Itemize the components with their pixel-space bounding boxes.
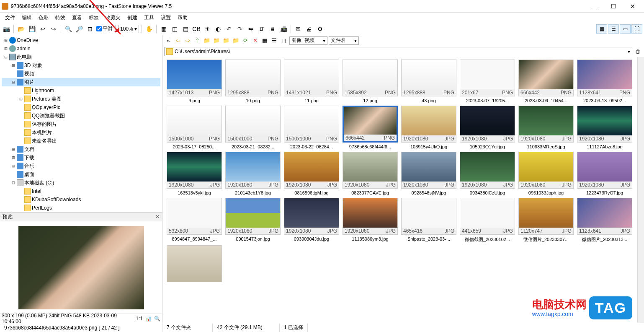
effects-icon[interactable]: ☀ — [203, 24, 212, 34]
thumbnail-item[interactable]: 666x442PNG9736b68c68f444f6... — [343, 106, 398, 149]
thumbnail-item[interactable]: 1128x641PNG2023-03-13_09502... — [577, 60, 632, 103]
tree-item[interactable]: Lightroom — [2, 86, 160, 95]
thumbnail-item[interactable]: 666x442PNG2023-03-09_10454... — [518, 60, 574, 103]
folder-tree[interactable]: ⊞OneDrive⊞admin⊟此电脑⊞3D 对象视频⊟图片Lightroom⊞… — [0, 35, 162, 212]
rotate-right-icon[interactable]: ↷ — [235, 24, 245, 34]
jpeg-icon[interactable]: CB — [192, 24, 201, 34]
rotate-left-icon[interactable]: ↶ — [224, 24, 234, 34]
tree-item[interactable]: 本机照片 — [2, 128, 160, 137]
smooth-checkbox[interactable]: 平滑 — [96, 25, 113, 32]
thumbnail-item[interactable]: 1920x1080JPG1223473RyOT.jpg — [577, 152, 632, 195]
thumbnail-item[interactable] — [167, 245, 222, 282]
tree-item[interactable]: ⊞admin — [2, 44, 160, 53]
nav-up-icon[interactable]: ⇧ — [193, 36, 201, 45]
thumbnail-item[interactable]: 1920x1080JPG105923O1Yqi.jpg — [460, 106, 515, 149]
sort-select[interactable]: 文件名▾ — [329, 36, 359, 45]
thumbnail-item[interactable]: 1920x1080JPG210143cb1Y8.jpg — [225, 152, 281, 195]
thumbnail-item[interactable]: 532x800JPG8994847_8994847_... — [167, 198, 222, 243]
flip-v-icon[interactable]: ⇵ — [257, 24, 266, 34]
tree-item[interactable]: PerfLogs — [2, 204, 160, 212]
tree-item[interactable]: ⊟图片 — [2, 78, 160, 86]
scan-icon[interactable]: 📠 — [279, 24, 288, 34]
tree-item[interactable]: ⊞文档 — [2, 145, 160, 153]
tree-item[interactable]: 未命名导出 — [2, 137, 160, 145]
actual-size-icon[interactable]: ⊡ — [85, 24, 95, 34]
menu-8[interactable]: 工具 — [141, 13, 157, 22]
trash-icon[interactable]: 🗑 — [634, 47, 642, 56]
thumbnail-item[interactable]: 1920x1080JPG0816596tjgM.jpg — [284, 152, 339, 195]
minimize-button[interactable]: — — [585, 0, 604, 12]
fav3-icon[interactable]: 📁 — [222, 36, 230, 45]
redo-icon[interactable]: ↪ — [49, 24, 58, 34]
collapse-icon[interactable]: « — [164, 36, 173, 45]
open-icon[interactable]: 📂 — [16, 24, 26, 34]
menu-9[interactable]: 设置 — [157, 13, 174, 22]
menu-7[interactable]: 创建 — [124, 13, 141, 22]
tree-item[interactable]: ⊞音乐 — [2, 162, 160, 170]
settings-icon[interactable]: ⚙ — [315, 24, 325, 34]
fav1-icon[interactable]: 📁 — [203, 36, 211, 45]
undo-icon[interactable]: ↩ — [38, 24, 47, 34]
tree-item[interactable]: 桌面 — [2, 170, 160, 179]
thumbnail-item[interactable]: 441x659JPG微信截图_20230102... — [460, 198, 515, 243]
wallpaper-icon[interactable]: 🖥 — [268, 24, 277, 34]
thumbnail-item[interactable]: 1920x1080JPG163513v5ykj.jpg — [167, 152, 222, 195]
tree-item[interactable]: ⊞下载 — [2, 153, 160, 162]
tree-item[interactable]: ⊞Pictures 美图 — [2, 95, 160, 103]
close-button[interactable]: ✕ — [623, 0, 642, 12]
thumbnail-item[interactable]: 1585x892PNG12.png — [343, 60, 398, 103]
thumbnail-item[interactable]: 1500x1000PNG2023-03-17_08250... — [167, 106, 222, 149]
thumbnail-area[interactable]: 1427x1013PNG9.png1295x888PNG10.png1431x1… — [162, 57, 637, 323]
thumbnail-item[interactable]: 1920x1080JPG0823077CAVE.jpg — [343, 152, 398, 195]
batch-icon[interactable]: ▤ — [181, 24, 190, 34]
tree-item[interactable]: ⊟此电脑 — [2, 53, 160, 61]
nav-forward-icon[interactable]: ⇨ — [183, 36, 192, 45]
print-icon[interactable]: 🖨 — [304, 24, 314, 34]
thumbnail-item[interactable]: 1295x888PNG43.png — [401, 60, 456, 103]
refresh-icon[interactable]: ⟳ — [241, 36, 250, 45]
thumbnail-item[interactable]: 1427x1013PNG9.png — [167, 60, 222, 103]
thumbnail-item[interactable]: 1920x1080JPG111127Abzq8.jpg — [577, 106, 632, 149]
thumbnail-item[interactable]: 1120x747JPG微信图片_20230307... — [518, 198, 574, 243]
delete-icon[interactable]: ✕ — [251, 36, 259, 45]
filter-type-select[interactable]: 图像+视频▾ — [289, 36, 327, 45]
view-fullscreen-button[interactable]: ⛶ — [631, 24, 642, 34]
thumbnail-item[interactable]: 1920x1080JPG0951033Jpph.jpg — [518, 152, 574, 195]
view-single-button[interactable]: ▭ — [620, 24, 631, 34]
thumbnail-item[interactable]: 201x67PNG2023-03-07_16205... — [460, 60, 515, 103]
thumbnail-item[interactable]: 1128x641JPG微信图片_20230313... — [577, 198, 632, 243]
thumbnail-item[interactable]: 1920x1080JPG09390304Jdu.jpg — [284, 198, 339, 243]
view-details-button[interactable]: ☰ — [608, 24, 619, 34]
tree-item[interactable]: KDubaSoftDownloads — [2, 195, 160, 204]
thumbnail-item[interactable]: 1431x1021PNG11.png — [284, 60, 339, 103]
tree-item[interactable]: ⊟本地磁盘 (C:) — [2, 179, 160, 187]
select-all-icon[interactable]: ▦ — [260, 36, 269, 45]
thumbnail-item[interactable]: 1920x1080JPG09015473jon.jpg — [225, 198, 281, 243]
thumbnail-item[interactable]: 1920x1080JPG11135086ym3.jpg — [343, 198, 398, 243]
compare-icon[interactable]: ◫ — [170, 24, 179, 34]
menu-1[interactable]: 编辑 — [18, 13, 35, 22]
thumbnail-item[interactable]: 1920x1080JPG110633MReoS.jpg — [518, 106, 574, 149]
tree-item[interactable]: 视频 — [2, 70, 160, 78]
tree-item[interactable]: 保存的图片 — [2, 120, 160, 128]
slideshow-icon[interactable]: ▦ — [159, 24, 168, 34]
tree-item[interactable]: Intel — [2, 187, 160, 195]
zoom-out-icon[interactable]: 🔎 — [75, 24, 84, 34]
menu-4[interactable]: 查看 — [69, 13, 85, 22]
thumbnail-item[interactable]: 1295x888PNG10.png — [225, 60, 281, 103]
acquire-icon[interactable]: 📷 — [2, 24, 11, 34]
histogram-icon[interactable]: 📊 — [145, 316, 152, 322]
thumbnail-item[interactable]: 1920x1080JPG0934380lCzU.jpg — [460, 152, 515, 195]
menu-5[interactable]: 标签 — [85, 13, 102, 22]
thumbnail-item[interactable]: 1920x1080JPG103915y4UkQ.jpg — [401, 106, 456, 149]
save-icon[interactable]: 💾 — [27, 24, 36, 34]
magnifier-icon[interactable]: 🔍 — [154, 316, 160, 322]
preview-close-icon[interactable]: ✕ — [155, 214, 160, 220]
adjust-icon[interactable]: ◐ — [214, 24, 223, 34]
tree-item[interactable]: QQ浏览器截图 — [2, 112, 160, 120]
sort-icon[interactable]: ⫼ — [280, 36, 288, 45]
preview-image[interactable] — [0, 221, 162, 314]
email-icon[interactable]: ✉ — [294, 24, 303, 34]
thumbnail-item[interactable]: 1500x1000PNG2023-03-21_08282... — [225, 106, 281, 149]
vertical-scrollbar[interactable] — [637, 57, 644, 323]
